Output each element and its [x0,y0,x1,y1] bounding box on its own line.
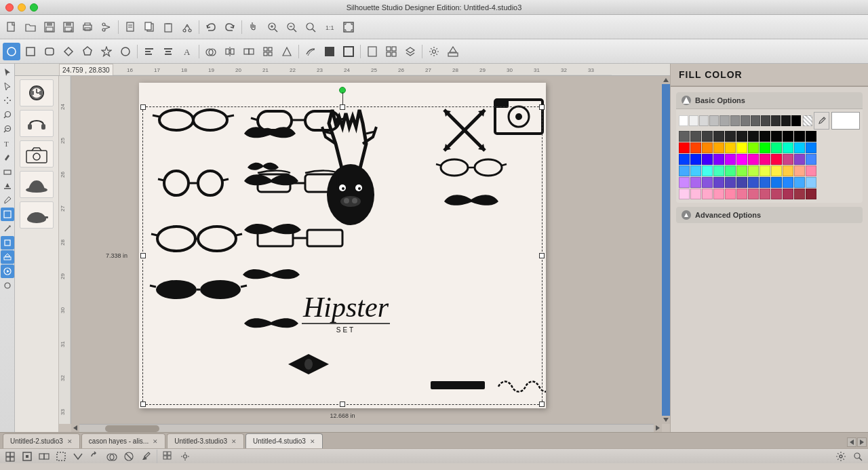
bs-9[interactable] [771,154,782,165]
node-edit-tool[interactable] [1,79,14,93]
bs-2[interactable] [690,154,701,165]
ct-11[interactable] [794,165,805,176]
thumb-cap[interactable] [20,201,54,229]
bs-4[interactable] [713,154,724,165]
ct-8[interactable] [760,165,770,176]
cut-button[interactable] [178,18,196,36]
align-left-btn[interactable] [140,43,158,60]
scroll-right-arrow2[interactable] [654,424,662,432]
lp-12[interactable] [806,177,816,188]
zoom-fit-button[interactable] [302,18,319,36]
ct-5[interactable] [725,165,736,176]
status-settings-btn[interactable] [178,450,193,463]
advanced-options-header[interactable]: Advanced Options [676,207,863,223]
lp-10[interactable] [783,177,793,188]
close-button[interactable] [5,3,14,12]
pentagon-btn[interactable] [79,43,96,60]
zoom-out-button[interactable] [283,18,300,36]
status-layers-btn[interactable] [3,450,18,463]
draw-tool[interactable] [1,151,14,164]
tab-close-1[interactable]: ✕ [67,438,73,445]
pk-5[interactable] [725,189,736,199]
thumb-watch[interactable] [20,79,54,106]
pk-6[interactable] [736,189,747,199]
bs-7[interactable] [748,154,759,165]
status-search-btn[interactable] [850,450,865,463]
cs-r7[interactable] [748,142,759,153]
pk-2[interactable] [690,189,701,199]
tab-close-4[interactable]: ✕ [310,438,315,445]
color-input-box[interactable] [831,112,860,130]
swatch-light-gray1[interactable] [689,115,698,126]
thumb-hat[interactable] [20,171,54,198]
status-grid-btn[interactable] [161,450,176,463]
ds-1[interactable] [679,131,690,142]
shape-tool[interactable] [1,208,14,221]
status-group-btn[interactable] [37,450,52,463]
pk-7[interactable] [748,189,759,199]
lp-2[interactable] [690,177,701,188]
scroll-down-arrow[interactable] [662,416,670,424]
h-scroll-thumb[interactable] [105,425,159,432]
save-as-button[interactable]: + [60,18,77,36]
cs-r9[interactable] [771,142,782,153]
circle-btn[interactable] [117,43,134,60]
ds-4[interactable] [713,131,724,142]
transform-btn[interactable] [278,43,296,60]
ds-9[interactable] [771,131,782,142]
tab-close-3[interactable]: ✕ [231,438,237,445]
ct-6[interactable] [736,165,747,176]
status-draw-btn[interactable] [138,450,153,463]
cs-r8[interactable] [760,142,770,153]
swatch-dark-gray1[interactable] [741,115,750,126]
ds-12[interactable] [806,131,816,142]
status-settings-gear[interactable] [833,450,848,463]
tab-untitled4[interactable]: Untitled-4.studio3 ✕ [245,433,323,448]
scroll-up-arrow[interactable] [662,76,670,84]
open-button[interactable] [22,18,39,36]
cs-r4[interactable] [713,142,724,153]
page-view-btn[interactable] [363,43,381,60]
knife-tool[interactable] [1,222,14,235]
zoom-tool[interactable] [1,108,14,121]
lp-4[interactable] [713,177,724,188]
scroll-left-arrow[interactable] [71,424,79,432]
settings-btn[interactable] [425,43,443,60]
lp-8[interactable] [760,177,770,188]
bottom-tool[interactable] [1,279,14,292]
status-select-btn[interactable] [20,450,35,463]
zoom-in-button[interactable] [264,18,281,36]
lp-3[interactable] [702,177,713,188]
bs-10[interactable] [783,154,793,165]
rect-tool-btn[interactable] [22,43,39,60]
tab-close-2[interactable]: ✕ [153,438,158,445]
ct-9[interactable] [771,165,782,176]
lp-9[interactable] [771,177,782,188]
pan-tool[interactable] [1,94,14,107]
status-ungroup-btn[interactable] [54,450,68,463]
minimize-button[interactable] [18,3,26,12]
new-button[interactable] [3,18,20,36]
ct-4[interactable] [713,165,724,176]
redo-button[interactable] [221,18,239,36]
layers-btn[interactable] [401,43,419,60]
page-setup-button[interactable] [121,18,139,36]
tab-scroll-right[interactable] [857,437,867,447]
media-tool[interactable] [1,265,14,278]
send-to-cut-button[interactable] [98,18,115,36]
tab-untitled3[interactable]: Untitled-3.studio3 ✕ [167,433,244,448]
eyedropper-button[interactable] [814,112,829,130]
pk-4[interactable] [713,189,724,199]
cs-r3[interactable] [702,142,713,153]
swatch-white[interactable] [679,115,688,126]
library-tool[interactable] [1,250,14,264]
ct-7[interactable] [748,165,759,176]
text-btn[interactable]: A [178,43,196,60]
ungroup-btn[interactable] [259,43,277,60]
ds-7[interactable] [748,131,759,142]
ds-3[interactable] [702,131,713,142]
status-weld-btn[interactable] [104,450,119,463]
ds-8[interactable] [760,131,770,142]
tab-casonhayes[interactable]: cason hayes - alis... ✕ [81,433,165,448]
star-btn[interactable] [98,43,115,60]
